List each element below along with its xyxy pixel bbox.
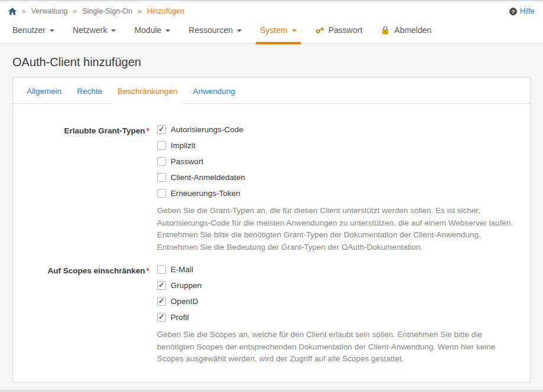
checkbox-label: Autorisierungs-Code	[171, 125, 243, 134]
checkbox-label: Profil	[171, 313, 189, 322]
checkbox-box[interactable]	[157, 265, 166, 274]
checkbox-profil[interactable]: Profil	[157, 313, 521, 322]
checkbox-box[interactable]	[157, 281, 166, 290]
checkbox-label: OpenID	[171, 297, 199, 306]
page-title: OAuth-Client hinzufügen	[0, 44, 543, 77]
page: » Verwaltung » Single-Sign-On » Hinzufüg…	[0, 0, 543, 392]
header: » Verwaltung » Single-Sign-On » Hinzufüg…	[0, 1, 543, 44]
chevron-down-icon	[237, 30, 242, 32]
tab-beschraenkungen[interactable]: Beschränkungen	[112, 78, 183, 104]
chevron-down-icon	[111, 30, 116, 32]
menu-item-module[interactable]: Module	[130, 17, 174, 44]
checkbox-box[interactable]	[157, 313, 166, 322]
breadcrumb-item-hinzufuegen[interactable]: Hinzufügen	[147, 7, 184, 15]
required-marker: *	[147, 266, 149, 275]
tab-allgemein[interactable]: Allgemein	[21, 78, 67, 103]
breadcrumb-item-verwaltung[interactable]: Verwaltung	[31, 7, 68, 15]
field-help-text: Geben Sie die Grant-Typen an, die für di…	[157, 205, 521, 253]
field-label: Auf Scopes einschränken*	[22, 265, 149, 276]
chevron-down-icon	[50, 30, 54, 32]
menu-item-benutzer[interactable]: Benutzer	[8, 17, 58, 44]
menu-item-passwort[interactable]: Passwort	[311, 17, 367, 44]
checkbox-box[interactable]	[157, 173, 166, 182]
menu-item-abmelden[interactable]: Abmelden	[376, 17, 435, 44]
menu-item-label: Abmelden	[394, 25, 431, 35]
menu-item-label: Module	[134, 25, 161, 35]
field-control: Autorisierungs-Code Implizit Passwort Cl…	[157, 125, 521, 253]
breadcrumb: » Verwaltung » Single-Sign-On » Hinzufüg…	[0, 1, 543, 17]
lock-icon	[381, 25, 390, 35]
breadcrumb-item-single-sign-on[interactable]: Single-Sign-On	[82, 7, 132, 15]
checkbox-client-anmeldedaten[interactable]: Client-Anmeldedaten	[157, 173, 521, 182]
checkbox-label: E-Mail	[171, 265, 193, 274]
field-scopes: Auf Scopes einschränken* E-Mail Gruppen …	[22, 265, 521, 365]
menu-item-label: Netzwerk	[73, 25, 107, 35]
chevron-down-icon	[292, 30, 297, 32]
checkbox-label: Erneuerungs-Token	[171, 189, 240, 198]
breadcrumb-separator: »	[73, 7, 77, 15]
field-grant-typen: Erlaubte Grant-Typen* Autorisierungs-Cod…	[22, 125, 521, 253]
menu-item-system[interactable]: System	[256, 17, 301, 44]
menu-item-label: Benutzer	[12, 25, 45, 35]
checkbox-box[interactable]	[157, 157, 166, 166]
key-icon	[315, 25, 324, 35]
footer-strip	[0, 390, 543, 392]
tab-rechte[interactable]: Rechte	[71, 78, 108, 103]
checkbox-erneuerungs-token[interactable]: Erneuerungs-Token	[157, 189, 521, 198]
help-link[interactable]: ? Hilfe	[509, 7, 535, 15]
checkbox-box[interactable]	[157, 125, 166, 134]
menu-item-ressourcen[interactable]: Ressourcen	[184, 17, 246, 44]
field-label: Erlaubte Grant-Typen*	[22, 125, 149, 136]
home-icon[interactable]	[8, 8, 17, 15]
checkbox-email[interactable]: E-Mail	[157, 265, 521, 274]
tab-anwendung[interactable]: Anwendung	[187, 78, 240, 103]
field-help-text: Geben Sie die Scopes an, welche für den …	[157, 329, 521, 365]
checkbox-implizit[interactable]: Implizit	[157, 141, 521, 150]
checkbox-label: Client-Anmeldedaten	[171, 173, 245, 182]
checkbox-autorisierungs-code[interactable]: Autorisierungs-Code	[157, 125, 521, 134]
checkbox-box[interactable]	[157, 297, 166, 306]
form-body: Erlaubte Grant-Typen* Autorisierungs-Cod…	[13, 104, 530, 382]
chevron-down-icon	[165, 30, 170, 32]
required-marker: *	[147, 126, 149, 135]
help-link-label: Hilfe	[520, 7, 535, 15]
checkbox-passwort[interactable]: Passwort	[157, 157, 521, 166]
menu-item-label: Ressourcen	[188, 25, 233, 35]
checkbox-gruppen[interactable]: Gruppen	[157, 281, 521, 290]
help-icon: ?	[509, 8, 517, 15]
menu-item-label: System	[260, 25, 288, 35]
tab-bar: Allgemein Rechte Beschränkungen Anwendun…	[13, 78, 530, 104]
form-panel: Allgemein Rechte Beschränkungen Anwendun…	[12, 77, 531, 383]
checkbox-label: Implizit	[171, 141, 196, 150]
checkbox-label: Passwort	[171, 157, 204, 166]
checkbox-box[interactable]	[157, 189, 166, 198]
checkbox-openid[interactable]: OpenID	[157, 297, 521, 306]
menu-item-label: Passwort	[329, 25, 363, 35]
main-menu: Benutzer Netzwerk Module Ressourcen Syst…	[0, 17, 543, 44]
menu-item-netzwerk[interactable]: Netzwerk	[69, 17, 120, 44]
field-control: E-Mail Gruppen OpenID Profil Geben Sie	[157, 265, 521, 365]
breadcrumb-separator: »	[138, 7, 142, 15]
checkbox-box[interactable]	[157, 141, 166, 150]
breadcrumb-separator: »	[22, 7, 26, 15]
checkbox-label: Gruppen	[171, 281, 202, 290]
